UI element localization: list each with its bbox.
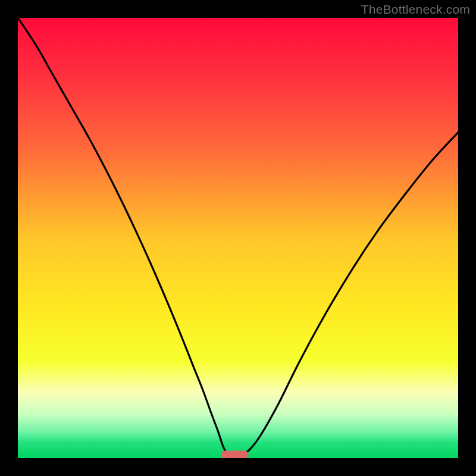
chart-frame: TheBottleneck.com xyxy=(0,0,476,476)
gradient-background xyxy=(18,18,458,458)
bottleneck-chart xyxy=(0,0,476,476)
watermark-text: TheBottleneck.com xyxy=(361,2,470,17)
